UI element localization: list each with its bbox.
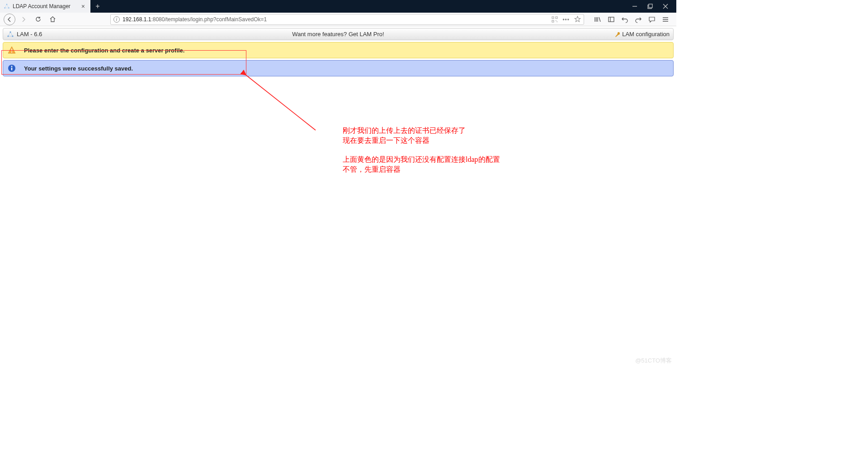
url-text: 192.168.1.1:8080/templates/login.php?con… (123, 16, 267, 23)
nav-forward-button (17, 13, 30, 26)
svg-rect-8 (552, 17, 554, 19)
new-tab-button[interactable]: + (90, 0, 105, 13)
tab-favicon (4, 3, 10, 9)
annotation-text-2: 上面黄色的是因为我们还没有配置连接ldap的配置 不管，先重启容器 (343, 155, 500, 174)
qr-icon[interactable] (552, 16, 558, 23)
svg-rect-10 (552, 20, 554, 22)
tab-title: LDAP Account Manager (13, 3, 71, 9)
window-close-icon[interactable] (662, 3, 669, 10)
site-info-icon[interactable]: i (113, 16, 120, 23)
svg-line-26 (246, 75, 316, 130)
sidebar-icon[interactable] (607, 16, 616, 23)
nav-home-button[interactable] (46, 13, 59, 26)
lam-config-label: LAM configuration (622, 31, 670, 38)
lam-promo-link[interactable]: Want more features? Get LAM Pro! (292, 31, 384, 38)
nav-reload-button[interactable] (32, 13, 44, 26)
window-minimize-icon[interactable] (631, 3, 638, 10)
bookmark-star-icon[interactable] (574, 16, 581, 23)
library-icon[interactable] (593, 16, 602, 23)
tab-close-icon[interactable]: × (80, 3, 87, 10)
svg-rect-5 (649, 4, 652, 8)
annotation-highlight-box (1, 50, 246, 75)
svg-rect-13 (609, 17, 614, 22)
lam-logo-icon (7, 31, 14, 38)
toolbar-right-actions (593, 16, 673, 23)
undo-icon[interactable] (620, 16, 629, 23)
browser-titlebar: LDAP Account Manager × + (0, 0, 676, 13)
lam-config-link[interactable]: LAM configuration (614, 31, 670, 38)
browser-toolbar: i 192.168.1.1:8080/templates/login.php?c… (0, 13, 676, 26)
url-actions: ••• (552, 16, 581, 23)
lam-brand-text: LAM - 6.6 (17, 31, 42, 38)
more-icon[interactable]: ••• (562, 16, 570, 23)
browser-tab-active[interactable]: LDAP Account Manager × (0, 0, 90, 13)
annotation-arrow (244, 72, 316, 133)
menu-hamburger-icon[interactable] (661, 16, 670, 23)
svg-rect-9 (556, 17, 557, 19)
chat-icon[interactable] (647, 16, 656, 23)
url-bar[interactable]: i 192.168.1.1:8080/templates/login.php?c… (110, 14, 584, 25)
annotation-text-1: 刚才我们的上传上去的证书已经保存了 现在要去重启一下这个容器 (343, 126, 466, 146)
window-restore-icon[interactable] (646, 3, 654, 10)
window-controls (624, 0, 676, 13)
lam-header-bar: LAM - 6.6 Want more features? Get LAM Pr… (3, 28, 674, 40)
redo-icon[interactable] (634, 16, 643, 23)
nav-back-button[interactable] (4, 14, 15, 25)
svg-rect-11 (556, 20, 557, 21)
watermark-text: @51CTO博客 (635, 357, 672, 365)
svg-rect-12 (557, 21, 558, 22)
wrench-icon (614, 31, 620, 38)
